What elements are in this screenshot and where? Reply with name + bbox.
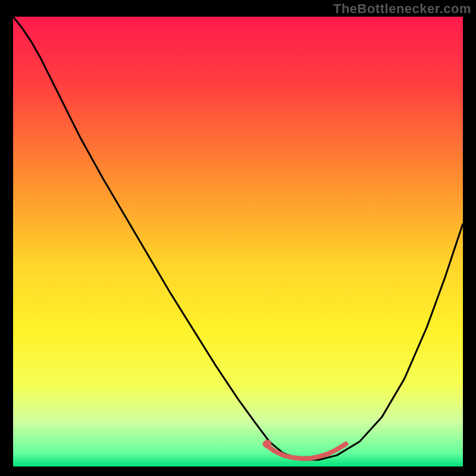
plot-area [13,17,463,466]
watermark-text: TheBottlenecker.com [333,1,471,17]
marker-dot [263,440,271,448]
chart-svg [13,17,463,466]
chart-frame: TheBottlenecker.com [0,0,476,476]
